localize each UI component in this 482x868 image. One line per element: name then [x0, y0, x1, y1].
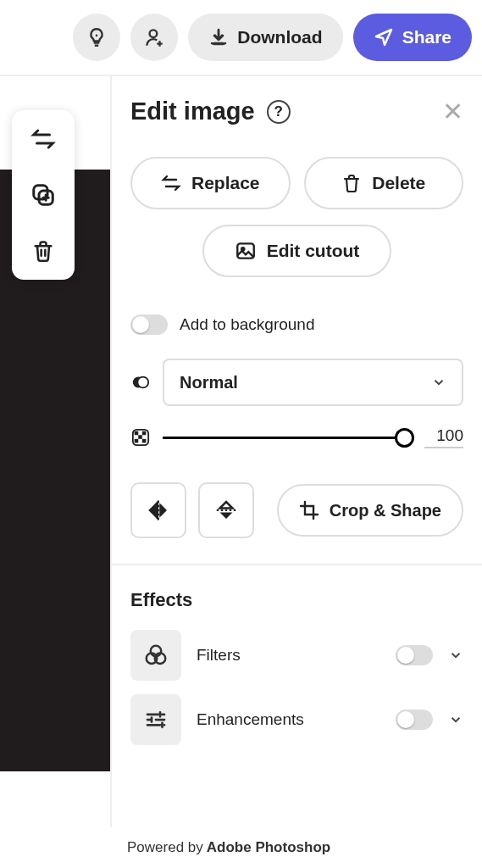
help-icon: ? [274, 103, 282, 120]
edit-panel: Edit image ? ✕ Replace Delete Edit cutou… [110, 76, 482, 827]
panel-title: Edit image [130, 97, 255, 125]
enhancements-row: Enhancements [130, 694, 463, 745]
svg-rect-16 [158, 509, 159, 512]
footer-prefix: Powered by [127, 839, 203, 856]
enhancements-icon-box [130, 694, 181, 745]
download-label: Download [237, 27, 322, 47]
top-toolbar: Download Share [0, 0, 482, 75]
share-label: Share [402, 27, 452, 47]
close-button[interactable]: ✕ [442, 97, 463, 126]
svg-rect-18 [158, 518, 159, 520]
add-to-background-toggle[interactable] [130, 314, 168, 335]
delete-label: Delete [372, 173, 425, 193]
svg-point-0 [96, 35, 98, 37]
svg-point-7 [137, 377, 148, 388]
lightbulb-icon [86, 26, 108, 48]
overlap-circles-icon [131, 373, 150, 392]
chevron-down-icon [431, 375, 446, 390]
trash-icon [341, 173, 362, 193]
trash-icon [31, 239, 55, 263]
svg-rect-20 [221, 509, 224, 511]
help-button[interactable]: ? [267, 100, 291, 124]
share-button[interactable]: Share [353, 14, 472, 61]
swap-icon [161, 173, 181, 193]
blend-mode-value: Normal [180, 373, 238, 392]
flip-horizontal-button[interactable] [130, 482, 186, 538]
blend-mode-icon [130, 373, 151, 392]
svg-rect-10 [142, 431, 147, 436]
filters-icon-box [130, 630, 181, 681]
filters-row: Filters [130, 630, 463, 681]
svg-rect-23 [234, 509, 236, 511]
footer-brand: Adobe Photoshop [207, 839, 330, 856]
delete-button[interactable]: Delete [304, 157, 464, 209]
send-icon [374, 27, 394, 47]
panel-header: Edit image ? ✕ [130, 97, 463, 126]
blend-mode-select[interactable]: Normal [163, 359, 463, 406]
footer: Powered by Adobe Photoshop [0, 827, 482, 868]
slider-thumb[interactable] [395, 428, 414, 448]
duplicate-icon [30, 182, 56, 208]
download-icon [208, 27, 229, 47]
enhancements-expand[interactable] [448, 712, 463, 727]
opacity-slider[interactable] [163, 437, 413, 439]
swap-icon [30, 126, 56, 152]
crop-shape-button[interactable]: Crop & Shape [277, 484, 463, 537]
swap-tool[interactable] [26, 122, 60, 156]
close-icon: ✕ [442, 97, 463, 125]
section-divider [112, 564, 482, 565]
invite-button[interactable] [130, 14, 178, 61]
opacity-icon [130, 428, 151, 447]
checker-icon [131, 428, 150, 447]
svg-rect-15 [158, 505, 159, 508]
svg-rect-14 [158, 501, 159, 504]
delete-tool[interactable] [26, 234, 60, 268]
sliders-icon [143, 707, 169, 732]
canvas-area [0, 76, 110, 827]
flip-vertical-icon [213, 498, 239, 523]
edit-cutout-button[interactable]: Edit cutout [202, 225, 392, 277]
add-to-background-label: Add to background [180, 315, 315, 334]
svg-rect-19 [217, 509, 219, 511]
filters-label: Filters [197, 646, 380, 665]
svg-rect-22 [230, 509, 232, 511]
crop-icon [299, 500, 319, 520]
enhancements-toggle[interactable] [396, 709, 433, 730]
download-button[interactable]: Download [188, 14, 342, 61]
filters-toggle[interactable] [396, 645, 433, 665]
image-icon [235, 240, 257, 262]
opacity-value[interactable]: 100 [424, 426, 463, 448]
duplicate-tool[interactable] [26, 178, 60, 212]
filters-icon [143, 643, 169, 668]
svg-rect-13 [142, 439, 147, 443]
svg-rect-17 [158, 514, 159, 516]
flip-vertical-button[interactable] [198, 482, 254, 538]
chevron-down-icon [448, 712, 463, 727]
effects-title: Effects [130, 589, 463, 611]
ideas-button[interactable] [73, 14, 120, 61]
user-plus-icon [143, 26, 165, 48]
svg-rect-21 [225, 509, 228, 511]
crop-shape-label: Crop & Shape [330, 501, 441, 520]
floating-toolbar [12, 110, 75, 280]
edit-cutout-label: Edit cutout [267, 241, 360, 261]
svg-rect-12 [135, 439, 139, 443]
replace-button[interactable]: Replace [130, 157, 291, 209]
chevron-down-icon [448, 648, 463, 663]
svg-rect-11 [138, 435, 142, 439]
svg-rect-9 [135, 431, 139, 436]
filters-expand[interactable] [448, 648, 463, 663]
replace-label: Replace [191, 173, 260, 193]
enhancements-label: Enhancements [197, 710, 380, 729]
flip-horizontal-icon [146, 498, 171, 523]
svg-point-1 [150, 30, 158, 37]
